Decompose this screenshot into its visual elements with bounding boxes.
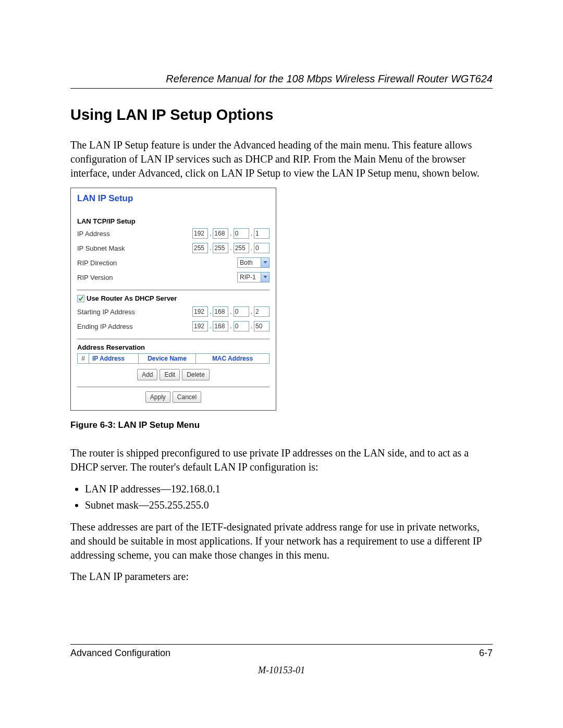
apply-button[interactable]: Apply xyxy=(145,391,170,403)
dhcp-end-row: Ending IP Address 192. 168. 0. 50 xyxy=(77,320,270,332)
dhcp-start-row: Starting IP Address 192. 168. 0. 2 xyxy=(77,305,270,318)
sub-oct-3[interactable]: 255 xyxy=(234,243,249,253)
rip-direction-row: RIP Direction Both xyxy=(77,256,270,269)
dhcp-start-label: Starting IP Address xyxy=(77,308,192,316)
ip-oct-2[interactable]: 168 xyxy=(213,228,228,239)
list-item: LAN IP addresses—192.168.0.1 xyxy=(85,482,493,497)
start-oct-2[interactable]: 168 xyxy=(213,306,228,317)
sub-oct-4[interactable]: 0 xyxy=(254,243,270,253)
reservation-table: # IP Address Device Name MAC Address xyxy=(77,353,270,364)
subnet-row: IP Subnet Mask 255. 255. 255. 0 xyxy=(77,242,270,254)
ip-address-row: IP Address 192. 168. 0. 1 xyxy=(77,227,270,240)
end-oct-4[interactable]: 50 xyxy=(254,321,270,331)
edit-button[interactable]: Edit xyxy=(160,369,180,380)
ietf-paragraph: These addresses are part of the IETF-des… xyxy=(70,520,493,562)
col-num: # xyxy=(78,354,89,363)
section-heading: Using LAN IP Setup Options xyxy=(70,106,493,124)
rip-version-value: RIP-1 xyxy=(240,273,256,282)
col-ip: IP Address xyxy=(89,354,139,363)
intro-paragraph: The LAN IP Setup feature is under the Ad… xyxy=(70,138,493,180)
rip-direction-value: Both xyxy=(240,258,253,267)
check-icon xyxy=(78,296,83,301)
end-oct-2[interactable]: 168 xyxy=(213,321,228,331)
end-oct-3[interactable]: 0 xyxy=(234,321,249,331)
panel-title: LAN IP Setup xyxy=(77,193,270,204)
defaults-list: LAN IP addresses—192.168.0.1 Subnet mask… xyxy=(70,482,493,513)
manual-title: Reference Manual for the 108 Mbps Wirele… xyxy=(70,73,493,85)
subnet-label: IP Subnet Mask xyxy=(77,244,192,252)
figure-caption: Figure 6-3: LAN IP Setup Menu xyxy=(70,420,493,430)
start-oct-3[interactable]: 0 xyxy=(234,306,249,317)
footer-rule xyxy=(70,644,493,645)
delete-button[interactable]: Delete xyxy=(182,369,210,380)
reservation-heading: Address Reservation xyxy=(77,343,270,351)
footer-section: Advanced Configuration xyxy=(70,648,170,659)
rip-version-select[interactable]: RIP-1 xyxy=(237,272,270,282)
dhcp-end-label: Ending IP Address xyxy=(77,323,192,330)
rip-version-row: RIP Version RIP-1 xyxy=(77,271,270,283)
page-footer: Advanced Configuration 6-7 M-10153-01 xyxy=(70,644,493,676)
dhcp-checkbox-row: Use Router As DHCP Server xyxy=(77,294,270,302)
end-oct-1[interactable]: 192 xyxy=(192,321,208,331)
rip-version-label: RIP Version xyxy=(77,274,237,281)
ip-oct-3[interactable]: 0 xyxy=(234,228,249,239)
col-mac: MAC Address xyxy=(196,354,269,363)
after-figure-paragraph: The router is shipped preconfigured to u… xyxy=(70,446,493,474)
dhcp-checkbox-label: Use Router As DHCP Server xyxy=(87,294,177,302)
ip-oct-4[interactable]: 1 xyxy=(254,228,270,239)
sub-oct-1[interactable]: 255 xyxy=(192,243,208,253)
page-number: 6-7 xyxy=(479,648,493,659)
params-paragraph: The LAN IP parameters are: xyxy=(70,570,493,584)
chevron-down-icon xyxy=(261,258,269,267)
cancel-button[interactable]: Cancel xyxy=(173,391,201,403)
header-rule xyxy=(70,88,493,89)
chevron-down-icon xyxy=(261,273,269,282)
rip-direction-label: RIP Direction xyxy=(77,259,237,267)
list-item: Subnet mask—255.255.255.0 xyxy=(85,498,493,513)
dhcp-checkbox[interactable] xyxy=(77,295,84,302)
sub-oct-2[interactable]: 255 xyxy=(213,243,228,253)
document-number: M-10153-01 xyxy=(70,665,493,676)
ip-oct-1[interactable]: 192 xyxy=(192,228,208,239)
add-button[interactable]: Add xyxy=(137,369,157,380)
start-oct-1[interactable]: 192 xyxy=(192,306,208,317)
tcpip-section-label: LAN TCP/IP Setup xyxy=(77,217,270,225)
start-oct-4[interactable]: 2 xyxy=(254,306,270,317)
lan-ip-setup-screenshot: LAN IP Setup LAN TCP/IP Setup IP Address… xyxy=(70,188,276,411)
col-device: Device Name xyxy=(139,354,196,363)
ip-address-label: IP Address xyxy=(77,230,192,238)
rip-direction-select[interactable]: Both xyxy=(237,257,270,268)
